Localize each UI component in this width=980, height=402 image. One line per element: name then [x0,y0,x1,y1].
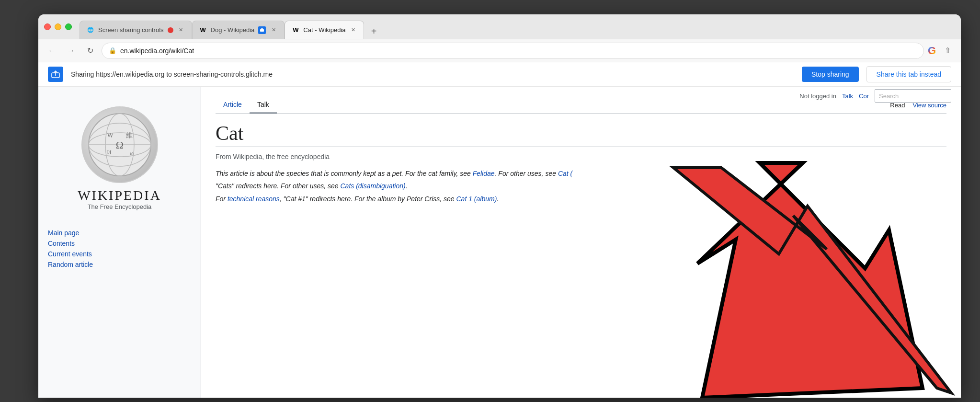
minimize-button[interactable] [55,23,61,30]
svg-text:Ω: Ω [115,139,123,151]
tab-dog-wikipedia[interactable]: W Dog - Wikipedia ✕ [192,21,285,39]
not-logged-in-text: Not logged in [799,92,836,100]
tab-dog-title: Dog - Wikipedia [211,26,255,34]
tab-dog-close[interactable]: ✕ [270,26,277,34]
talk-tab[interactable]: Talk [250,97,277,114]
search-placeholder-text: Search [879,92,899,100]
title-bar: 🌐 Screen sharing controls ✕ W Dog - Wiki… [38,14,961,39]
page-content: Ω W 維 И ω Wikipedia The Free Encyclopedi… [38,87,961,398]
article-body: This article is about the species that i… [216,168,946,204]
article-tagline: From Wikipedia, the free encyclopedia [216,153,946,161]
contributions-link[interactable]: Cor [859,92,869,100]
wiki-globe-image: Ω W 維 И ω [81,106,158,183]
tabs-container: 🌐 Screen sharing controls ✕ W Dog - Wiki… [80,14,955,39]
nav-link-contents[interactable]: Contents [48,238,191,249]
svg-text:И: И [107,149,111,156]
wiki-subtitle: The Free Encyclopedia [88,203,152,210]
nav-link-random-article[interactable]: Random article [48,259,191,270]
nav-bar: ← → ↻ 🔒 en.wikipedia.org/wiki/Cat G ⇧ [38,39,961,62]
wiki-logo-container: Ω W 維 И ω Wikipedia The Free Encyclopedi… [78,106,161,210]
tab-cat-title: Cat - Wikipedia [303,26,345,34]
browser-window: 🌐 Screen sharing controls ✕ W Dog - Wiki… [38,14,961,398]
wikipedia-favicon-icon: W [199,26,207,34]
svg-text:維: 維 [125,132,133,139]
globe-favicon-icon: 🌐 [87,26,94,34]
svg-text:W: W [107,132,114,139]
svg-marker-1 [261,28,263,29]
refresh-button[interactable]: ↻ [82,43,98,58]
cat1-album-link[interactable]: Cat 1 (album) [456,195,497,203]
tab-screen-sharing[interactable]: 🌐 Screen sharing controls ✕ [80,21,192,39]
address-text: en.wikipedia.org/wiki/Cat [120,47,917,55]
article-paragraph-2: "Cats" redirects here. For other uses, s… [216,181,946,191]
cat-link[interactable]: Cat ( [558,170,572,177]
recording-dot-icon [168,27,173,33]
lock-icon: 🔒 [109,47,116,54]
traffic-lights [44,23,72,30]
address-bar[interactable]: 🔒 en.wikipedia.org/wiki/Cat [102,43,924,59]
wiki-top-right: Not logged in Talk Cor Search [790,87,961,104]
tab-screen-sharing-title: Screen sharing controls [98,26,164,34]
wikipedia-cat-favicon-icon: W [292,26,299,34]
wiki-nav-links: Main page Contents Current events Random… [48,228,191,270]
nav-link-current-events[interactable]: Current events [48,249,191,259]
forward-button[interactable]: → [63,43,79,58]
tab-screen-sharing-close[interactable]: ✕ [177,26,185,34]
close-button[interactable] [44,23,51,30]
search-box[interactable]: Search [875,89,951,103]
article-tab[interactable]: Article [216,97,250,114]
tab-cat-close[interactable]: ✕ [349,26,357,34]
share-page-button[interactable]: ⇧ [940,43,955,58]
talk-link[interactable]: Talk [842,92,853,100]
wiki-sidebar: Ω W 維 И ω Wikipedia The Free Encyclopedi… [38,87,201,398]
nav-link-main-page[interactable]: Main page [48,228,191,238]
sharing-bar-icon [48,67,63,82]
back-button[interactable]: ← [44,43,59,58]
new-tab-button[interactable]: + [366,23,381,39]
sharing-bar: Sharing https://en.wikipedia.org to scre… [38,62,961,87]
google-icon: G [928,45,936,57]
cats-disambig-link[interactable]: Cats (disambiguation) [341,182,406,190]
article-title: Cat [216,122,946,147]
wiki-main: Not logged in Talk Cor Search Article Ta… [201,87,961,398]
article-paragraph-1: This article is about the species that i… [216,168,946,179]
stop-sharing-button[interactable]: Stop sharing [802,67,859,82]
share-this-tab-button[interactable]: Share this tab instead [866,66,951,82]
article-paragraph-3: For technical reasons, "Cat #1" redirect… [216,194,946,204]
sharing-message: Sharing https://en.wikipedia.org to scre… [71,70,794,78]
technical-reasons-link[interactable]: technical reasons [228,195,280,203]
tab-cat-wikipedia[interactable]: W Cat - Wikipedia ✕ [285,21,364,39]
wiki-title: Wikipedia [78,188,161,203]
sharing-indicator-icon [258,26,266,34]
svg-rect-0 [260,29,264,32]
felidae-link[interactable]: Felidae [473,170,495,177]
maximize-button[interactable] [65,23,72,30]
svg-text:ω: ω [130,150,134,157]
